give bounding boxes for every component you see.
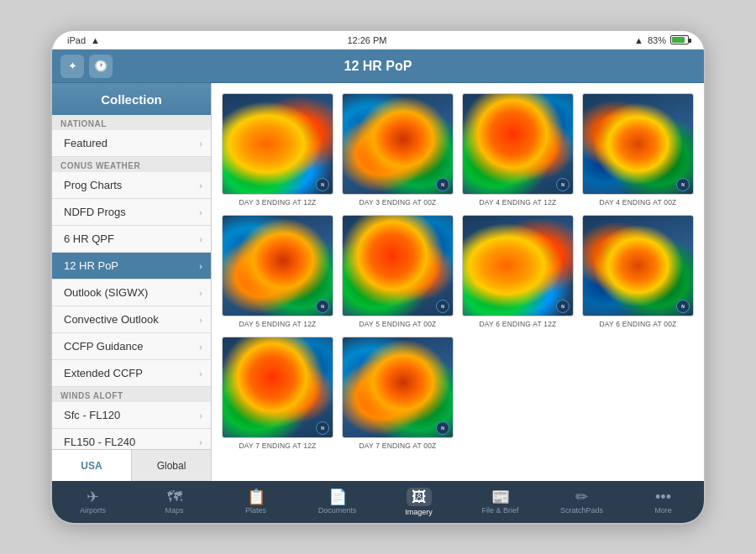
list-item[interactable]: N DAY 3 ENDING AT 12Z [222, 93, 333, 206]
sidebar-item-sfc-fl120[interactable]: Sfc - FL120 › [52, 402, 211, 429]
noaa-logo: N [316, 421, 329, 435]
sidebar-item-6hr-qpf[interactable]: 6 HR QPF › [52, 226, 211, 253]
tab-imagery-label: Imagery [405, 508, 433, 516]
sidebar-label-sfc-fl120: Sfc - FL120 [64, 409, 120, 421]
noaa-logo: N [436, 421, 449, 435]
sidebar-title: Collection [52, 83, 211, 115]
usa-button[interactable]: USA [52, 450, 132, 481]
list-item[interactable]: N DAY 6 ENDING AT 12Z [462, 215, 574, 328]
chevron-icon: › [199, 315, 202, 325]
sidebar-item-prog-charts[interactable]: Prog Charts › [52, 172, 211, 199]
list-item[interactable]: N DAY 4 ENDING AT 00Z [582, 93, 694, 206]
status-time: 12:26 PM [347, 35, 386, 45]
tab-more[interactable]: ••• More [622, 481, 704, 523]
clock-icon-btn[interactable]: 🕐 [89, 55, 113, 78]
tab-maps[interactable]: 🗺 Maps [134, 481, 215, 523]
file-brief-icon: 📰 [491, 489, 510, 504]
sidebar-label-ccfp-guidance: CCFP Guidance [64, 340, 143, 353]
content-area: N DAY 3 ENDING AT 12Z N DAY 3 ENDING AT … [212, 83, 704, 481]
sidebar-item-ccfp-guidance[interactable]: CCFP Guidance › [52, 333, 211, 360]
image-label: DAY 4 ENDING AT 00Z [600, 198, 677, 206]
list-item[interactable]: N DAY 7 ENDING AT 12Z [222, 337, 333, 450]
section-header-national: NATIONAL [52, 115, 211, 130]
sidebar: Collection NATIONAL Featured › CONUS WEA… [52, 83, 212, 481]
list-item[interactable]: N DAY 5 ENDING AT 00Z [342, 215, 454, 328]
tab-plates-label: Plates [245, 506, 266, 515]
list-item-empty [462, 337, 574, 450]
scratchpads-icon: ✏ [575, 489, 588, 504]
chevron-icon: › [199, 342, 202, 352]
image-label: DAY 3 ENDING AT 12Z [239, 198, 317, 206]
map-thumbnail-day7-12z: N [222, 337, 333, 438]
tab-file-brief-label: File & Brief [481, 506, 518, 515]
sidebar-item-12hr-pop[interactable]: 12 HR PoP › [52, 253, 211, 280]
nav-header-icons: ✦ 🕐 [60, 55, 113, 78]
star-icon-btn[interactable]: ✦ [60, 55, 84, 78]
sidebar-list: NATIONAL Featured › CONUS WEATHER Prog C… [52, 115, 211, 449]
section-header-winds-aloft: WINDS ALOFT [52, 387, 211, 402]
tab-maps-label: Maps [165, 506, 183, 515]
map-image [583, 94, 693, 194]
global-button[interactable]: Global [132, 450, 211, 481]
tab-file-brief[interactable]: 📰 File & Brief [459, 481, 541, 523]
image-label: DAY 4 ENDING AT 12Z [480, 198, 557, 206]
plates-icon: 📋 [247, 489, 265, 504]
sidebar-label-extended-ccfp: Extended CCFP [64, 367, 143, 379]
noaa-logo: N [316, 300, 329, 313]
chevron-icon: › [199, 234, 202, 244]
tab-imagery[interactable]: 🖼 Imagery [378, 481, 459, 523]
battery-bar [670, 35, 689, 44]
map-image [343, 216, 453, 316]
noaa-logo: N [676, 178, 690, 191]
list-item[interactable]: N DAY 5 ENDING AT 12Z [222, 215, 333, 328]
noaa-logo: N [316, 178, 329, 191]
sidebar-item-outlook-sigwx[interactable]: Outlook (SIGWX) › [52, 280, 211, 306]
map-image [463, 216, 573, 316]
sidebar-item-extended-ccfp[interactable]: Extended CCFP › [52, 360, 211, 387]
battery-pct-label: 83% [648, 35, 666, 45]
chevron-icon: › [199, 410, 202, 421]
list-item[interactable]: N DAY 3 ENDING AT 00Z [342, 93, 454, 206]
sidebar-bottom: USA Global [52, 449, 211, 481]
tab-scratchpads[interactable]: ✏ ScratchPads [541, 481, 622, 523]
battery-fill [672, 37, 685, 43]
sidebar-label-12hr-pop: 12 HR PoP [64, 259, 118, 272]
signal-icon: ▲ [634, 35, 643, 45]
sidebar-item-convective-outlook[interactable]: Convective Outlook › [52, 306, 211, 333]
tab-more-label: More [654, 506, 672, 515]
tab-documents-label: Documents [318, 506, 357, 515]
map-thumbnail-day5-00z: N [342, 215, 454, 316]
map-image [223, 94, 333, 194]
sidebar-label-convective-outlook: Convective Outlook [64, 313, 159, 326]
sidebar-item-featured[interactable]: Featured › [52, 130, 211, 157]
documents-icon: 📄 [328, 489, 347, 504]
map-image [463, 94, 573, 194]
sidebar-label-6hr-qpf: 6 HR QPF [64, 233, 114, 245]
main-content: Collection NATIONAL Featured › CONUS WEA… [52, 83, 704, 481]
sidebar-item-fl150-fl240[interactable]: FL150 - FL240 › [52, 429, 211, 449]
tab-documents[interactable]: 📄 Documents [297, 481, 378, 523]
sidebar-label-fl150-fl240: FL150 - FL240 [64, 436, 135, 448]
image-label: DAY 3 ENDING AT 00Z [360, 198, 437, 206]
sidebar-item-ndfd-progs[interactable]: NDFD Progs › [52, 199, 211, 226]
map-image [583, 216, 693, 316]
noaa-logo: N [556, 300, 570, 313]
chevron-icon: › [199, 207, 202, 217]
list-item[interactable]: N DAY 6 ENDING AT 00Z [582, 215, 694, 328]
tab-plates[interactable]: 📋 Plates [215, 481, 297, 523]
chevron-icon: › [199, 368, 202, 379]
status-bar-right: ▲ 83% [634, 35, 689, 45]
list-item[interactable]: N DAY 7 ENDING AT 00Z [342, 337, 454, 450]
list-item-empty [582, 337, 694, 450]
image-label: DAY 7 ENDING AT 00Z [360, 442, 437, 450]
tab-airports[interactable]: ✈ Airports [52, 481, 134, 523]
tab-airports-label: Airports [80, 506, 106, 515]
map-image [343, 94, 453, 194]
tab-scratchpads-label: ScratchPads [560, 506, 603, 515]
image-grid-row3: N DAY 7 ENDING AT 12Z N DAY 7 ENDING AT … [222, 337, 694, 450]
maps-icon: 🗺 [167, 489, 182, 504]
map-image [223, 337, 333, 437]
map-thumbnail-day6-00z: N [582, 215, 694, 316]
image-label: DAY 7 ENDING AT 12Z [239, 442, 317, 450]
list-item[interactable]: N DAY 4 ENDING AT 12Z [462, 93, 574, 206]
